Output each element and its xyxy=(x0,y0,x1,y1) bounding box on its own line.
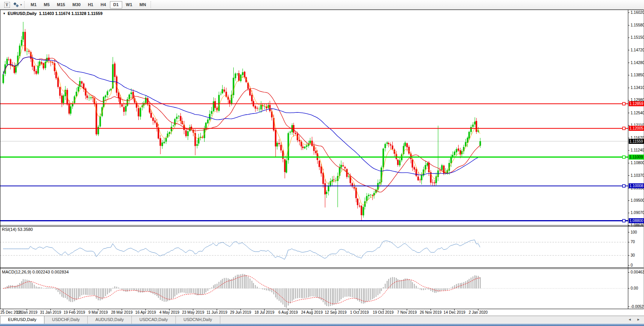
date-axis-label: 28 Mar 2019 xyxy=(111,310,133,315)
timeframe-button-m1[interactable]: M1 xyxy=(27,1,40,8)
timeframe-button-h4[interactable]: H4 xyxy=(97,1,109,8)
price-axis-label: 1.13850 xyxy=(631,73,644,77)
date-axis-label: 14 Dec 2019 xyxy=(444,310,465,315)
hline-price-label: 1.11009 xyxy=(629,155,644,160)
date-axis-label: 4 May 2019 xyxy=(159,310,179,315)
hline-price-label: 1.12859 xyxy=(629,101,644,106)
timeframe-button-m15[interactable]: M15 xyxy=(54,1,69,8)
timeframe-button-mn[interactable]: MN xyxy=(136,1,149,8)
dropdown-caret-icon: ▾ xyxy=(20,3,22,7)
price-axis-label: 1.10800 xyxy=(631,161,644,165)
chart-tabs: EURUSD,DailyUSDCHF,DailyAUDUSD,DailyUSDC… xyxy=(0,316,220,324)
axis-labels-layer: 1.160201.155801.151501.147201.142801.138… xyxy=(0,0,644,326)
date-axis-label: 12 Sep 2019 xyxy=(325,310,347,315)
chart-tab-audusd[interactable]: AUDUSD,Daily xyxy=(88,316,132,324)
date-axis-label: 23 May 2019 xyxy=(182,310,204,315)
macd-indicator-label: MACD(12,26,9) 0.002243 0.002834 xyxy=(2,270,69,274)
text-tool-icon: T xyxy=(4,2,10,8)
timeframe-button-d1[interactable]: D1 xyxy=(110,1,122,8)
date-axis-label: 11 Jun 2019 xyxy=(206,310,227,315)
toolbar-separator xyxy=(24,1,26,8)
chart-tab-bar: EURUSD,DailyUSDCHF,DailyAUDUSD,DailyUSDC… xyxy=(0,316,644,324)
macd-axis-label: 0.00 xyxy=(631,286,638,291)
hline-price-label: 1.12005 xyxy=(629,126,644,131)
tab-scroll-right-icon[interactable]: ► xyxy=(637,318,640,321)
date-axis-label: 19 Feb 2019 xyxy=(64,310,85,315)
toolbar: T ▾ M1M5M15M30H1H4D1W1MN xyxy=(0,0,644,10)
macd-values: 0.002243 0.002834 xyxy=(32,270,69,274)
hline-price-label: 1.08800 xyxy=(629,218,644,223)
timeframe-button-w1[interactable]: W1 xyxy=(123,1,136,8)
price-axis-label: 1.16020 xyxy=(631,10,644,15)
chart-tab-eurusd[interactable]: EURUSD,Daily xyxy=(0,316,44,324)
date-axis-label: 7 Nov 2019 xyxy=(397,310,417,315)
arrows-icon xyxy=(13,2,19,8)
price-axis-label: 1.15580 xyxy=(631,23,644,28)
rsi-name: RSI(14) xyxy=(2,227,16,232)
date-axis-label: 1 Oct 2019 xyxy=(350,310,369,315)
timeframe-button-h1[interactable]: H1 xyxy=(84,1,97,8)
text-tool-button[interactable]: T xyxy=(2,1,12,8)
date-axis-label: 9 Mar 2019 xyxy=(88,310,108,315)
rsi-value: 53.3580 xyxy=(18,227,33,232)
date-axis-label: 18 Jul 2019 xyxy=(254,310,274,315)
timeframe-button-m5[interactable]: M5 xyxy=(40,1,53,8)
date-axis-label: 24 Aug 2019 xyxy=(301,310,323,315)
rsi-axis-label: 70 xyxy=(631,240,635,244)
price-axis-label: 1.10370 xyxy=(631,173,644,178)
price-axis-label: 1.08630 xyxy=(631,223,644,228)
date-axis-label: 16 Apr 2019 xyxy=(135,310,156,315)
price-axis-label: 1.14280 xyxy=(631,61,644,65)
chart-symbol-label: EURUSD,Daily xyxy=(8,11,37,16)
price-axis-label: 1.09070 xyxy=(631,211,644,215)
price-axis-label: 1.14720 xyxy=(631,48,644,53)
chart-ohlc-values: 1.11403 1.11674 1.11328 1.11559 xyxy=(39,11,103,16)
date-axis-label: 31 Jan 2019 xyxy=(40,310,61,315)
rsi-axis-label: 0 xyxy=(631,263,633,268)
date-axis-label: 26 Nov 2019 xyxy=(420,310,442,315)
timeframe-button-m30[interactable]: M30 xyxy=(69,1,84,8)
date-axis-label: 6 Aug 2019 xyxy=(279,310,298,315)
rsi-axis-label: 100 xyxy=(631,230,637,235)
current-price-label: 1.11559 xyxy=(629,139,644,144)
chart-tab-usdcnh[interactable]: USDCNH,Daily xyxy=(176,316,220,324)
macd-axis-label: -0.005299 xyxy=(631,305,644,309)
date-axis-label: 12 Jan 2019 xyxy=(16,310,37,315)
window-bottom-edge xyxy=(0,324,644,326)
date-axis-label: 19 Oct 2019 xyxy=(373,310,393,315)
chart-tab-usdchf[interactable]: USDCHF,Daily xyxy=(44,316,88,324)
toolbar-separator xyxy=(151,1,152,8)
chart-tab-usdcad[interactable]: USDCAD,Daily xyxy=(132,316,176,324)
chart-title: ▼EURUSD,Daily1.11403 1.11674 1.11328 1.1… xyxy=(3,11,103,16)
tab-scroll-left-icon[interactable]: ◄ xyxy=(628,318,631,321)
date-axis-label: 29 Jun 2019 xyxy=(230,310,251,315)
price-axis-label: 1.12540 xyxy=(631,111,644,115)
arrows-tool-button[interactable]: ▾ xyxy=(13,1,23,8)
tab-scroll-arrows: ◄ ► xyxy=(628,318,640,321)
price-axis-label: 1.13410 xyxy=(631,86,644,90)
rsi-axis-label: 30 xyxy=(631,253,635,258)
hline-price-label: 1.10008 xyxy=(629,183,644,188)
price-axis-label: 1.15150 xyxy=(631,35,644,40)
rsi-indicator-label: RSI(14) 53.3580 xyxy=(2,227,33,232)
macd-axis-label: 0.00463 xyxy=(631,270,644,275)
price-axis-label: 1.09500 xyxy=(631,198,644,203)
chart-dropdown-arrow-icon[interactable]: ▼ xyxy=(3,12,6,15)
timeframe-toolbar: M1M5M15M30H1H4D1W1MN xyxy=(27,1,150,8)
macd-name: MACD(12,26,9) xyxy=(2,270,31,274)
date-axis-label: 2 Jan 2020 xyxy=(469,310,488,315)
price-axis-label: 1.11240 xyxy=(631,148,644,153)
